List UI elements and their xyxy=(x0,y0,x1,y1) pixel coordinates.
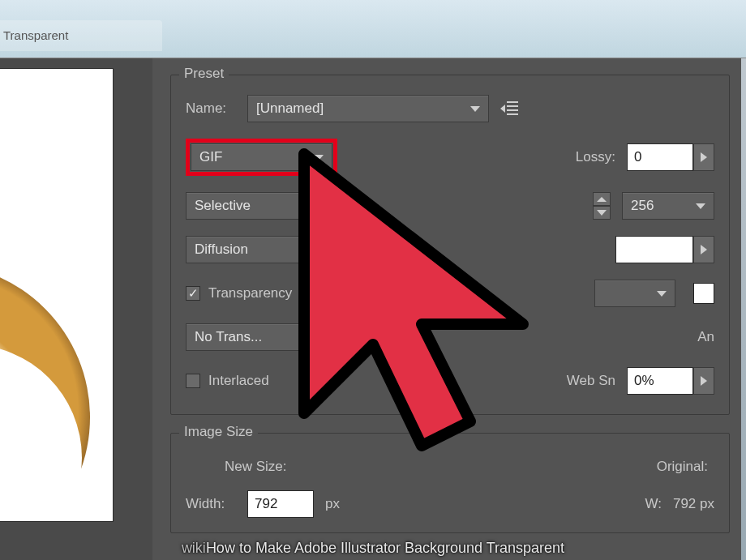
websnap-input[interactable]: 0% xyxy=(627,367,693,395)
chevron-down-icon xyxy=(470,106,480,112)
format-highlight: GIF xyxy=(186,139,337,176)
chevron-down-icon xyxy=(316,335,326,340)
transparency-label: Transparency xyxy=(208,285,292,301)
dither-row: Diffusion xyxy=(186,236,714,263)
trans-dither-dropdown[interactable]: No Trans... xyxy=(186,323,335,351)
orig-w-value: 792 px xyxy=(673,496,714,512)
websnap-label: Web Sn xyxy=(567,373,615,389)
name-row: Name: [Unnamed] xyxy=(186,95,714,122)
trans-dither-value: No Trans... xyxy=(195,329,262,345)
name-dropdown[interactable]: [Unnamed] xyxy=(247,95,489,122)
format-value: GIF xyxy=(199,149,222,165)
lossy-input[interactable]: 0 xyxy=(627,143,693,171)
colors-step-down[interactable] xyxy=(593,206,611,220)
chevron-down-icon xyxy=(696,203,705,209)
reduction-value: Selective xyxy=(195,198,251,214)
window-titlebar: Transparent xyxy=(0,0,746,58)
chevron-up-icon xyxy=(597,197,607,202)
name-label: Name: xyxy=(186,100,236,117)
trans-dither-row: No Trans... An xyxy=(186,323,714,351)
settings-panel: Preset Name: [Unnamed] GIF Lossy: 0 xyxy=(152,58,746,560)
width-unit: px xyxy=(325,496,340,512)
image-size-legend: Image Size xyxy=(179,424,258,440)
preset-group: Preset Name: [Unnamed] GIF Lossy: 0 xyxy=(170,75,730,415)
colors-dropdown[interactable]: 256 xyxy=(622,192,714,220)
format-dropdown[interactable]: GIF xyxy=(191,143,332,171)
matte-dropdown[interactable] xyxy=(594,280,675,307)
preset-menu-icon[interactable] xyxy=(500,101,520,116)
window-right-edge xyxy=(741,58,746,560)
colors-step-up[interactable] xyxy=(593,192,611,206)
preview-canvas xyxy=(0,68,114,522)
chevron-down-icon xyxy=(316,203,326,209)
chevron-right-icon xyxy=(701,245,707,254)
name-value: [Unnamed] xyxy=(256,100,324,117)
interlaced-row: Interlaced Web Sn 0% xyxy=(186,367,714,395)
dither-value: Diffusion xyxy=(195,242,248,258)
interlaced-checkbox[interactable]: Interlaced xyxy=(186,373,269,389)
width-input[interactable]: 792 xyxy=(247,490,314,518)
width-spinner[interactable]: 792 xyxy=(247,490,314,518)
colors-value: 256 xyxy=(631,198,654,214)
chevron-down-icon xyxy=(316,247,326,253)
original-label: Original: xyxy=(657,459,708,475)
matte-swatch[interactable] xyxy=(693,283,714,304)
lossy-increment[interactable] xyxy=(693,143,714,171)
caption-text: How to Make Adobe Illustrator Background… xyxy=(206,540,564,556)
dither-spinner[interactable] xyxy=(615,236,714,263)
image-size-group: Image Size New Size: Original: Width: 79… xyxy=(170,433,730,533)
chevron-down-icon xyxy=(314,155,324,160)
new-size-label: New Size: xyxy=(225,459,287,475)
amount-label: An xyxy=(697,329,714,345)
checkbox-icon xyxy=(186,374,200,388)
lossy-spinner[interactable]: 0 xyxy=(627,143,714,171)
orig-w-label: W: xyxy=(645,496,661,512)
format-row: GIF Lossy: 0 xyxy=(186,139,714,176)
caption-prefix: wiki xyxy=(182,540,206,556)
reduction-row: Selective 256 xyxy=(186,192,714,220)
chevron-down-icon xyxy=(657,291,667,297)
chevron-right-icon xyxy=(701,152,707,162)
dither-input[interactable] xyxy=(615,236,693,263)
chevron-down-icon xyxy=(597,210,607,216)
width-label: Width: xyxy=(186,496,236,512)
checkbox-icon: ✓ xyxy=(186,286,200,301)
colors-steppers[interactable] xyxy=(593,192,611,220)
websnap-spinner[interactable]: 0% xyxy=(627,367,714,395)
window-tab[interactable]: Transparent xyxy=(0,20,162,51)
tab-label: Transparent xyxy=(3,28,68,42)
caption-bar: wikiHow to Make Adobe Illustrator Backgr… xyxy=(0,540,746,557)
interlaced-label: Interlaced xyxy=(208,373,269,389)
chevron-right-icon xyxy=(701,376,707,386)
transparency-checkbox[interactable]: ✓ Transparency xyxy=(186,285,292,301)
preview-pane xyxy=(0,58,152,560)
dither-dropdown[interactable]: Diffusion xyxy=(186,236,335,263)
dither-increment[interactable] xyxy=(693,236,714,263)
lossy-label: Lossy: xyxy=(576,149,615,165)
preset-legend: Preset xyxy=(179,66,229,82)
transparency-row: ✓ Transparency xyxy=(186,280,714,307)
websnap-increment[interactable] xyxy=(693,367,714,395)
reduction-dropdown[interactable]: Selective xyxy=(186,192,335,220)
